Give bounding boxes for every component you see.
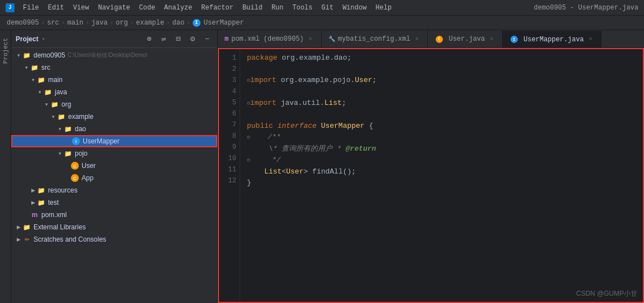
line-num-11: 11 <box>218 164 236 175</box>
tab-close-mybatis[interactable]: × <box>413 35 421 43</box>
menu-navigate[interactable]: Navigate <box>94 3 134 13</box>
tree-item-scratches[interactable]: ▶ ✏ Scratches and Consoles <box>11 233 217 246</box>
main-layout: Project Project ▾ ⊕ ⇌ ⊟ ⚙ − ▾ 📁 demo0905 <box>0 30 644 303</box>
folder-icon-main: 📁 <box>37 75 46 84</box>
tree-item-org[interactable]: ▾ 📁 org <box>11 98 217 110</box>
tree-item-main[interactable]: ▾ 📁 main <box>11 74 217 86</box>
tree-label-org: org <box>61 100 71 108</box>
code-line-3: ⊖import org.example.pojo.User; <box>247 75 644 86</box>
menu-bar: File Edit View Navigate Code Analyze Ref… <box>19 3 534 13</box>
expand-arrow-dao: ▾ <box>56 125 64 133</box>
tree-item-usermapper[interactable]: ▶ I UserMapper <box>11 135 217 147</box>
breadcrumb-org[interactable]: org <box>116 19 128 27</box>
menu-refactor[interactable]: Refactor <box>197 3 237 13</box>
line-num-1: 1 <box>218 52 236 64</box>
new-element-button[interactable]: ⊕ <box>144 33 155 45</box>
project-panel-title: Project <box>16 35 39 43</box>
tree-item-resources[interactable]: ▶ 📁 resources <box>11 184 217 196</box>
sync-button[interactable]: ⇌ <box>158 33 169 45</box>
expand-arrow-test: ▶ <box>29 199 37 206</box>
project-sidebar-toggle[interactable]: Project <box>0 30 11 303</box>
project-tab-label[interactable]: Project <box>1 36 10 66</box>
project-panel-header: Project ▾ ⊕ ⇌ ⊟ ⚙ − <box>11 30 217 48</box>
tree-label-main: main <box>48 76 63 84</box>
expand-arrow-org: ▾ <box>42 100 50 108</box>
tab-user-java[interactable]: C User.java × <box>428 31 503 47</box>
tree-label-user: User <box>82 162 96 170</box>
folder-icon-ext-libs: 📁 <box>22 223 31 232</box>
settings-button[interactable]: ⚙ <box>187 33 198 45</box>
menu-git[interactable]: Git <box>318 3 338 13</box>
tree-item-test[interactable]: ▶ 📁 test <box>11 196 217 209</box>
code-content[interactable]: package org.example.dao; ⊖import org.exa… <box>240 48 644 303</box>
breadcrumb-example[interactable]: example <box>136 19 164 27</box>
menu-tools[interactable]: Tools <box>289 3 317 13</box>
tree-item-demo0905[interactable]: ▾ 📁 demo0905 C:\Users\张创佳\Desktop\Demo\ <box>11 49 217 61</box>
tab-label-user: User.java <box>449 35 485 43</box>
tree-item-java[interactable]: ▾ 📁 java <box>11 86 217 98</box>
folder-icon-pojo: 📁 <box>64 149 73 158</box>
expand-arrow-example: ▾ <box>49 113 57 121</box>
tab-pom-icon: m <box>225 35 228 43</box>
minimize-panel-button[interactable]: − <box>202 33 213 45</box>
editor-area: m pom.xml (demo0905) × 🔧 mybatis_config.… <box>218 30 644 303</box>
menu-build[interactable]: Build <box>238 3 266 13</box>
menu-code[interactable]: Code <box>135 3 159 13</box>
line-num-9: 9 <box>218 142 236 153</box>
breadcrumb-sep-1: › <box>41 20 45 26</box>
breadcrumb-src[interactable]: src <box>47 19 59 27</box>
expand-arrow-java: ▾ <box>36 88 44 96</box>
menu-edit[interactable]: Edit <box>44 3 68 13</box>
tab-pom-xml[interactable]: m pom.xml (demo0905) × <box>218 31 322 47</box>
menu-run[interactable]: Run <box>268 3 288 13</box>
folder-icon-src: 📁 <box>30 63 39 72</box>
menu-analyze[interactable]: Analyze <box>160 3 196 13</box>
tree-item-user[interactable]: ▶ C User <box>11 160 217 172</box>
breadcrumb-demo0905[interactable]: demo0905 <box>7 19 39 27</box>
tree-label-scratches: Scratches and Consoles <box>34 235 106 243</box>
menu-help[interactable]: Help <box>371 3 395 13</box>
code-line-4 <box>247 86 644 98</box>
line-num-4: 4 <box>218 86 236 97</box>
tab-usermapper-java[interactable]: I UserMapper.java × <box>503 31 602 47</box>
menu-window[interactable]: Window <box>338 3 370 13</box>
line-numbers: 1 2 3 4 5 6 7 8 9 10 11 12 <box>218 48 240 303</box>
menu-view[interactable]: View <box>69 3 93 13</box>
tree-item-dao[interactable]: ▾ 📁 dao <box>11 123 217 135</box>
tab-close-user[interactable]: × <box>488 35 495 43</box>
tab-close-pom[interactable]: × <box>307 35 314 43</box>
tree-path-demo0905: C:\Users\张创佳\Desktop\Demo\ <box>68 51 147 59</box>
breadcrumb-usermapper[interactable]: UserMapper <box>204 19 244 27</box>
breadcrumb-main[interactable]: main <box>67 19 83 27</box>
tab-label-pom: pom.xml (demo0905) <box>231 35 304 43</box>
code-line-12: } <box>247 177 644 189</box>
module-icon: 📁 <box>22 51 31 60</box>
tree-item-src[interactable]: ▾ 📁 src <box>11 61 217 74</box>
menu-file[interactable]: File <box>19 3 43 13</box>
line-num-8: 8 <box>218 131 236 142</box>
expand-arrow-scratches: ▶ <box>15 235 22 243</box>
breadcrumb-sep-6: › <box>166 20 170 26</box>
folder-icon-org: 📁 <box>50 100 59 109</box>
breadcrumb-java[interactable]: java <box>92 19 108 27</box>
tab-mybatis-config[interactable]: 🔧 mybatis_config.xml × <box>322 31 428 47</box>
folder-icon-java: 📁 <box>44 88 53 97</box>
tree-item-external-libraries[interactable]: ▶ 📁 External Libraries <box>11 221 217 233</box>
tree-item-example[interactable]: ▾ 📁 example <box>11 110 217 123</box>
tree-label-demo0905: demo0905 <box>34 51 65 59</box>
tab-close-usermapper[interactable]: × <box>586 36 594 44</box>
expand-arrow-demo0905: ▾ <box>15 51 22 59</box>
tree-item-pom[interactable]: ▶ m pom.xml <box>11 209 217 221</box>
line-num-3: 3 <box>218 75 236 86</box>
breadcrumb-sep-5: › <box>130 20 134 26</box>
collapse-all-button[interactable]: ⊟ <box>173 33 184 45</box>
code-editor[interactable]: 1 2 3 4 5 6 7 8 9 10 11 12 package org.e… <box>218 48 644 303</box>
code-line-7: public interface UserMapper { <box>247 121 644 132</box>
tree-label-test: test <box>48 199 59 206</box>
tree-item-app[interactable]: ▶ C App <box>11 172 217 184</box>
expand-arrow-pojo: ▾ <box>56 150 64 157</box>
tree-label-pom: pom.xml <box>41 211 66 219</box>
tree-item-pojo[interactable]: ▾ 📁 pojo <box>11 147 217 160</box>
breadcrumb-dao[interactable]: dao <box>173 19 185 27</box>
expand-arrow-resources: ▶ <box>29 186 37 194</box>
